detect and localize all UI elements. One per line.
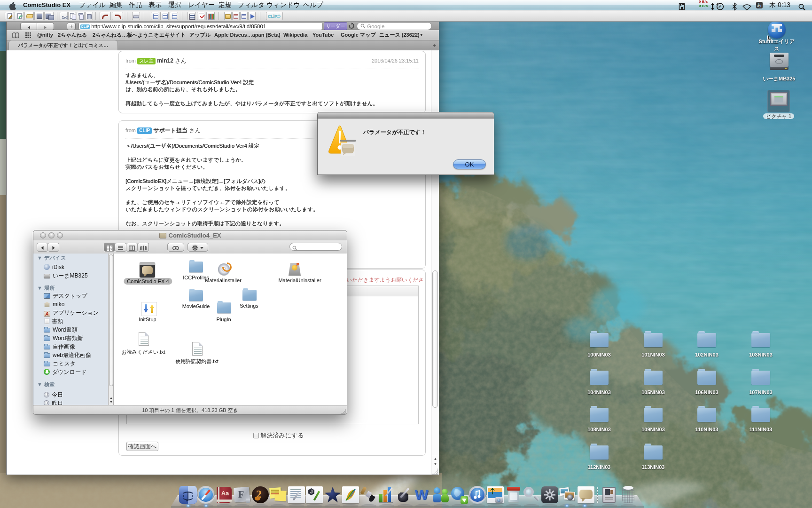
svg-text:CLiP: CLiP <box>268 14 277 19</box>
